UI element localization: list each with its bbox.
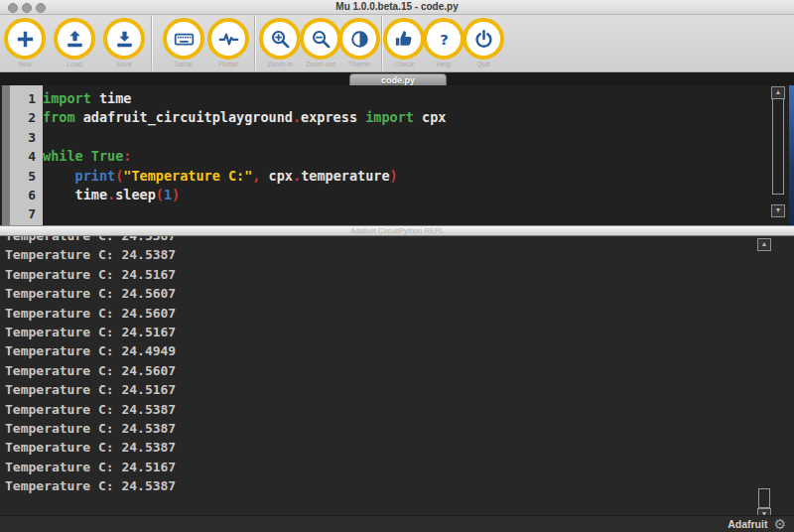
keyboard-icon xyxy=(173,28,196,51)
toolbar-button-label: Load xyxy=(51,61,98,67)
editor-focus-edge xyxy=(789,85,794,225)
toolbar: NewLoadSaveSerialPlotterZoom-inZoom-outT… xyxy=(0,15,794,72)
code-text[interactable]: import timefrom adafruit_circuitplaygrou… xyxy=(43,85,774,224)
toolbar-button-label: Plotter xyxy=(204,61,252,67)
serial-scroll-up-icon[interactable]: ▲ xyxy=(757,238,771,251)
tab-strip: code.py xyxy=(0,72,794,85)
thumbs-up-icon xyxy=(393,28,416,51)
editor-scrollbar-thumb[interactable] xyxy=(772,98,784,195)
editor-margin xyxy=(2,85,10,225)
toolbar-button-label: New xyxy=(1,61,49,67)
code-line: print("Temperature C:", cpx.temperature) xyxy=(43,167,774,186)
serial-line: Temperature C: 24.5387 xyxy=(5,245,754,264)
toolbar-button-label: Save xyxy=(100,61,148,67)
toolbar-button-label: Theme xyxy=(335,61,383,67)
serial-line: Temperature C: 24.5387 xyxy=(5,476,754,495)
line-number-gutter: 1234567 xyxy=(10,85,43,225)
line-number: 6 xyxy=(10,186,43,204)
toolbar-separator xyxy=(151,16,152,70)
toolbar-separator xyxy=(254,16,255,70)
editor-scroll-down-icon[interactable]: ▼ xyxy=(771,204,785,217)
power-icon xyxy=(472,28,495,51)
line-number: 5 xyxy=(10,167,43,186)
code-line: import time xyxy=(43,89,774,108)
zoom-out-icon xyxy=(310,28,332,51)
download-icon xyxy=(113,28,136,51)
load-button[interactable]: Load xyxy=(51,18,98,67)
code-line: from adafruit_circuitplayground.express … xyxy=(43,108,774,127)
code-line xyxy=(43,128,774,147)
plotter-button[interactable]: Plotter xyxy=(204,18,252,67)
upload-icon xyxy=(64,28,86,51)
serial-line: Temperature C: 24.5607 xyxy=(5,304,754,323)
mode-label: Adafruit xyxy=(728,518,767,530)
code-line: while True: xyxy=(43,147,774,166)
code-line: time.sleep(1) xyxy=(43,186,774,204)
serial-line: Temperature C: 24.5167 xyxy=(5,323,754,341)
serial-line: Temperature C: 24.5167 xyxy=(5,380,754,399)
new-button[interactable]: New xyxy=(1,18,49,67)
zoom-in-icon xyxy=(269,28,292,51)
serial-pane-title: Adafruit CircuitPython REPL xyxy=(0,226,794,235)
serial-output-text: Temperature C: 24.5387Temperature C: 24.… xyxy=(5,236,754,495)
window-title: Mu 1.0.0.beta.15 - code.py xyxy=(0,1,794,12)
toolbar-button-label: Quit xyxy=(460,61,507,67)
serial-scroll-down-icon[interactable]: ▼ xyxy=(757,508,771,515)
serial-line: Temperature C: 24.5607 xyxy=(5,361,754,380)
serial-line: Temperature C: 24.5387 xyxy=(5,400,754,419)
serial-line: Temperature C: 24.5167 xyxy=(5,458,754,476)
contrast-icon xyxy=(348,28,371,51)
serial-line: Temperature C: 24.5387 xyxy=(5,438,754,457)
serial-line: Temperature C: 24.5387 xyxy=(5,236,754,245)
gear-icon[interactable]: ⚙ xyxy=(773,517,786,531)
plus-icon xyxy=(14,28,37,51)
save-button[interactable]: Save xyxy=(100,18,148,67)
mu-editor-window: Mu 1.0.0.beta.15 - code.py NewLoadSaveSe… xyxy=(0,0,794,532)
pulse-icon xyxy=(217,28,240,51)
line-number: 3 xyxy=(10,128,43,147)
quit-button[interactable]: Quit xyxy=(460,18,507,67)
svg-text:?: ? xyxy=(440,30,449,48)
serial-line: Temperature C: 24.4949 xyxy=(5,341,754,360)
toolbar-button-label: Serial xyxy=(160,61,207,67)
code-editor[interactable]: 1234567 import timefrom adafruit_circuit… xyxy=(0,85,794,225)
line-number: 2 xyxy=(10,108,43,127)
serial-button[interactable]: Serial xyxy=(160,18,207,67)
line-number: 1 xyxy=(10,89,43,108)
status-bar: Adafruit ⚙ xyxy=(0,515,794,532)
theme-button[interactable]: Theme xyxy=(335,18,383,67)
serial-line: Temperature C: 24.5387 xyxy=(5,419,754,438)
serial-line: Temperature C: 24.5167 xyxy=(5,265,754,284)
code-line xyxy=(43,204,774,223)
pane-splitter-handle[interactable]: Adafruit CircuitPython REPL xyxy=(0,225,794,236)
serial-line: Temperature C: 24.5607 xyxy=(5,284,754,303)
line-number: 4 xyxy=(10,147,43,166)
line-number: 7 xyxy=(10,204,43,223)
serial-scrollbar-thumb[interactable] xyxy=(758,488,770,508)
question-icon: ? xyxy=(433,28,456,51)
title-bar: Mu 1.0.0.beta.15 - code.py xyxy=(0,0,794,15)
serial-output-pane[interactable]: Temperature C: 24.5387Temperature C: 24.… xyxy=(0,236,794,515)
